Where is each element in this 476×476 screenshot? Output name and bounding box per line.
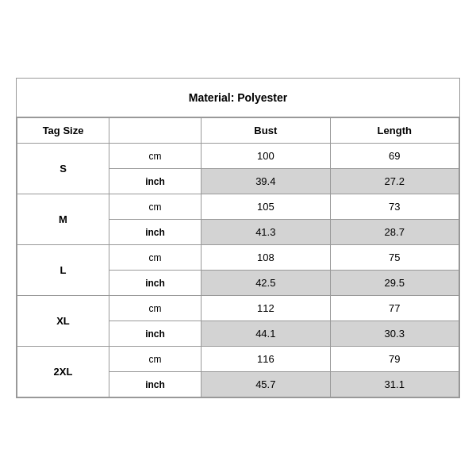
length-inch-value: 30.3 (330, 321, 459, 347)
length-cm-value: 79 (330, 347, 459, 372)
unit-inch-cell: inch (109, 220, 202, 245)
length-cm-value: 69 (330, 144, 459, 169)
unit-cm-cell: cm (109, 144, 202, 169)
unit-cm-cell: cm (109, 194, 202, 220)
table-row: 2XLcm11679 (17, 347, 459, 372)
bust-cm-value: 112 (202, 296, 330, 321)
unit-inch-cell: inch (109, 271, 202, 296)
length-cm-value: 75 (330, 245, 459, 271)
chart-title: Material: Polyester (17, 79, 459, 117)
unit-inch-cell: inch (109, 169, 202, 194)
bust-cm-value: 108 (202, 245, 330, 271)
tag-size-cell: S (17, 144, 109, 194)
tag-size-cell: XL (17, 296, 109, 347)
bust-cm-value: 116 (202, 347, 330, 372)
length-cm-value: 77 (330, 296, 459, 321)
tag-size-cell: M (17, 194, 109, 245)
header-empty (109, 118, 202, 144)
length-inch-value: 31.1 (330, 372, 459, 397)
header-tag-size: Tag Size (17, 118, 109, 144)
tag-size-cell: 2XL (17, 347, 109, 397)
unit-cm-cell: cm (109, 245, 202, 271)
table-body: Scm10069inch39.427.2Mcm10573inch41.328.7… (17, 144, 459, 397)
size-table: Tag Size Bust Length Scm10069inch39.427.… (17, 117, 459, 397)
length-inch-value: 28.7 (330, 220, 459, 245)
bust-cm-value: 100 (202, 144, 330, 169)
bust-inch-value: 42.5 (202, 271, 330, 296)
tag-size-cell: L (17, 245, 109, 296)
bust-inch-value: 44.1 (202, 321, 330, 347)
table-row: XLcm11277 (17, 296, 459, 321)
unit-cm-cell: cm (109, 347, 202, 372)
bust-cm-value: 105 (202, 194, 330, 220)
bust-inch-value: 41.3 (202, 220, 330, 245)
bust-inch-value: 45.7 (202, 372, 330, 397)
unit-cm-cell: cm (109, 296, 202, 321)
length-inch-value: 27.2 (330, 169, 459, 194)
header-bust: Bust (202, 118, 330, 144)
header-length: Length (330, 118, 459, 144)
unit-inch-cell: inch (109, 372, 202, 397)
bust-inch-value: 39.4 (202, 169, 330, 194)
length-cm-value: 73 (330, 194, 459, 220)
unit-inch-cell: inch (109, 321, 202, 347)
table-row: Mcm10573 (17, 194, 459, 220)
length-inch-value: 29.5 (330, 271, 459, 296)
table-header-row: Tag Size Bust Length (17, 118, 459, 144)
table-row: Scm10069 (17, 144, 459, 169)
size-chart-container: Material: Polyester Tag Size Bust Length… (16, 78, 460, 398)
table-row: Lcm10875 (17, 245, 459, 271)
